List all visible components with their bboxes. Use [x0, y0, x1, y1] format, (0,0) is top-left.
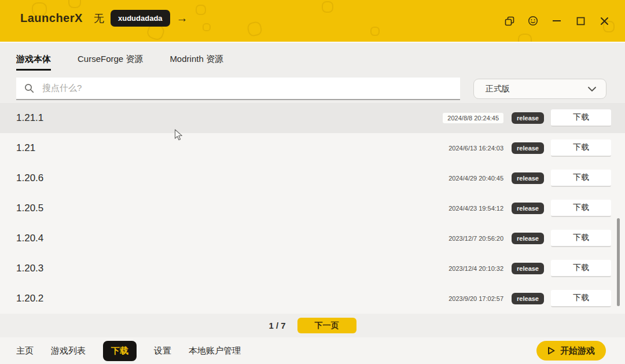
version-row[interactable]: 1.20.2 2023/9/20 17:02:57 release 下载 [0, 284, 625, 314]
version-type-select[interactable]: 正式版 [473, 79, 606, 99]
resource-tabs: 游戏本体 CurseForge 资源 Modrinth 资源 [0, 42, 625, 75]
release-type-badge: release [512, 172, 544, 184]
release-type-badge: release [512, 203, 544, 214]
scrollbar-thumb[interactable] [617, 218, 620, 306]
version-row[interactable]: 1.21.1 2024/8/8 20:24:45 release 下载 [0, 103, 625, 133]
new-window-button[interactable] [503, 15, 515, 27]
release-type-badge: release [512, 233, 544, 244]
version-name: 1.21 [16, 142, 144, 154]
tab-item[interactable]: Modrinth 资源 [170, 52, 223, 67]
account-arrow-icon[interactable]: → [177, 12, 188, 25]
nav-item-label: 主页 [16, 345, 34, 355]
download-button[interactable]: 下载 [551, 109, 611, 127]
release-date: 2023/12/4 20:10:32 [448, 265, 503, 272]
version-name: 1.20.6 [16, 172, 144, 184]
launcher-window: LauncherX 无 xududadada → [0, 0, 625, 364]
release-date: 2023/9/20 17:02:57 [448, 295, 503, 302]
tab-label: Modrinth 资源 [170, 54, 223, 64]
overlapping-windows-icon [505, 16, 514, 26]
version-name: 1.21.1 [16, 112, 144, 124]
release-date: 2024/4/23 19:54:12 [448, 205, 503, 212]
emoji-button[interactable] [527, 15, 539, 27]
nav-item-label: 游戏列表 [51, 345, 86, 355]
close-button[interactable] [598, 15, 610, 27]
release-date: 2024/4/29 20:40:45 [448, 175, 503, 182]
title-bar: LauncherX 无 xududadada → [0, 0, 625, 42]
selected-version-type: 正式版 [486, 84, 587, 94]
app-title: LauncherX [20, 12, 83, 25]
version-row[interactable]: 1.20.5 2024/4/23 19:54:12 release 下载 [0, 193, 625, 223]
account-badge[interactable]: xududadada [111, 10, 170, 27]
nav-item[interactable]: 本地账户管理 [189, 345, 241, 356]
bottom-nav: 主页 游戏列表 下载 设置 本地账户管理 开始游戏 [0, 337, 625, 364]
nav-item[interactable]: 下载 [103, 341, 137, 361]
minimize-button[interactable] [551, 15, 562, 27]
nav-item-label: 下载 [111, 345, 128, 355]
version-row[interactable]: 1.21 2024/6/13 16:24:03 release 下载 [0, 133, 625, 163]
download-button[interactable]: 下载 [551, 170, 611, 187]
account-area: 无 xududadada → [94, 10, 188, 27]
chevron-down-icon [587, 86, 597, 92]
nav-item-label: 设置 [154, 345, 171, 355]
version-row[interactable]: 1.20.3 2023/12/4 20:10:32 release 下载 [0, 253, 625, 284]
version-name: 1.20.5 [16, 203, 144, 214]
search-input[interactable]: 搜点什么? [16, 78, 460, 100]
download-button[interactable]: 下载 [551, 139, 611, 157]
start-game-label: 开始游戏 [560, 345, 595, 356]
nav-item[interactable]: 设置 [154, 345, 171, 356]
next-page-button[interactable]: 下一页 [297, 318, 356, 333]
nav-item[interactable]: 主页 [16, 345, 34, 356]
close-icon [600, 17, 609, 25]
release-date: 2024/8/8 20:24:45 [443, 113, 503, 123]
search-placeholder: 搜点什么? [42, 83, 82, 94]
nav-item-label: 本地账户管理 [189, 345, 241, 355]
version-name: 1.20.2 [16, 293, 144, 304]
page-indicator: 1 / 7 [269, 321, 285, 330]
release-type-badge: release [512, 293, 544, 304]
nav-item[interactable]: 游戏列表 [51, 345, 86, 356]
pagination-bar: 1 / 7 下一页 [0, 314, 625, 337]
release-type-badge: release [512, 112, 544, 124]
download-button[interactable]: 下载 [551, 290, 611, 307]
tab-item[interactable]: 游戏本体 [16, 52, 51, 67]
release-type-badge: release [512, 142, 544, 154]
window-controls [503, 0, 610, 42]
tab-item[interactable]: CurseForge 资源 [78, 52, 143, 67]
minimize-icon [552, 16, 561, 25]
smiley-icon [528, 16, 538, 26]
version-list: 1.21.1 2024/8/8 20:24:45 release 下载 1.21… [0, 103, 625, 314]
tab-label: 游戏本体 [16, 54, 51, 64]
search-row: 搜点什么? 正式版 [0, 75, 625, 103]
play-icon [547, 347, 555, 355]
version-name: 1.20.3 [16, 263, 144, 274]
tab-label: CurseForge 资源 [78, 54, 143, 64]
start-game-button[interactable]: 开始游戏 [536, 341, 606, 361]
account-prefix-label: 无 [94, 12, 104, 25]
release-date: 2024/6/13 16:24:03 [448, 145, 503, 152]
release-type-badge: release [512, 263, 544, 274]
download-button[interactable]: 下载 [551, 260, 611, 277]
search-icon [24, 83, 34, 93]
release-date: 2023/12/7 20:56:20 [448, 235, 503, 242]
download-button[interactable]: 下载 [551, 200, 611, 217]
maximize-icon [576, 17, 585, 25]
maximize-button[interactable] [575, 15, 586, 27]
download-button[interactable]: 下载 [551, 230, 611, 247]
version-row[interactable]: 1.20.4 2023/12/7 20:56:20 release 下载 [0, 223, 625, 253]
version-name: 1.20.4 [16, 233, 144, 244]
version-row[interactable]: 1.20.6 2024/4/29 20:40:45 release 下载 [0, 163, 625, 193]
